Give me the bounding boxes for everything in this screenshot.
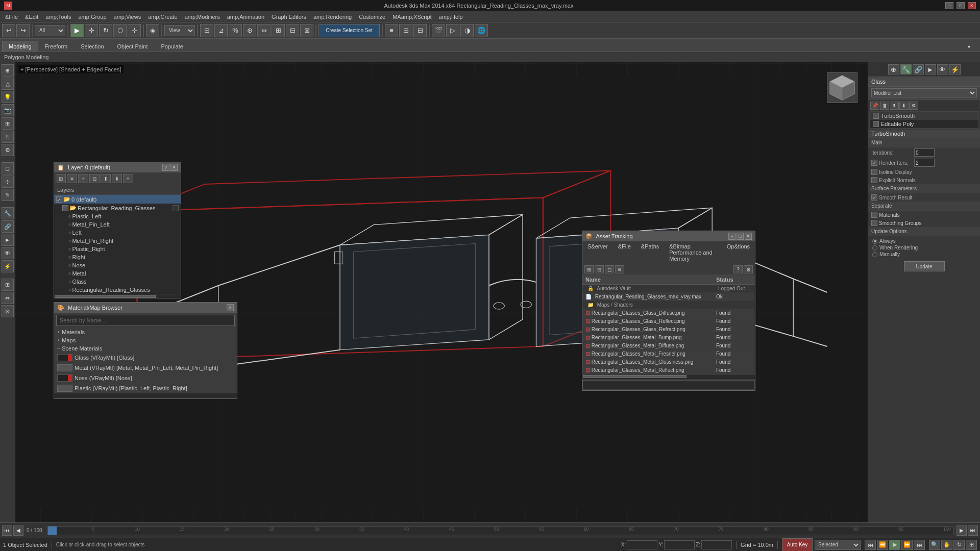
- tab-modeling[interactable]: Modeling: [2, 41, 38, 52]
- lt-utilities[interactable]: ⚡: [2, 260, 14, 272]
- menu-views[interactable]: amp;Views: [111, 13, 144, 21]
- mod-moveup-icon[interactable]: ⬆: [890, 102, 899, 110]
- asset-tb5[interactable]: ?: [733, 265, 743, 273]
- tab-populate[interactable]: Populate: [154, 41, 189, 52]
- lt-snap[interactable]: ⊞: [2, 279, 14, 291]
- mat-item-plastic[interactable]: Plastic (VRayMtl) [Plastic_Left, Plastic…: [54, 383, 237, 393]
- mat-section-maps[interactable]: + Maps: [54, 336, 237, 344]
- menu-modifiers[interactable]: amp;Modifiers: [182, 13, 223, 21]
- lt-mirror2[interactable]: ⇔: [2, 292, 14, 304]
- asset-menu-server[interactable]: S&erver: [584, 242, 611, 263]
- autokey-btn[interactable]: Auto Key: [782, 538, 813, 552]
- mat-item-metal[interactable]: Metal (VRayMtl) [Metal, Metal_Pin_Left, …: [54, 363, 237, 373]
- maximize-btn[interactable]: □: [957, 2, 965, 9]
- asset-max-btn[interactable]: □: [737, 233, 744, 240]
- layer-tb-btn7[interactable]: ≡: [123, 174, 133, 183]
- menu-create[interactable]: amp;Create: [145, 13, 180, 21]
- navigation-cube[interactable]: [827, 72, 857, 103]
- toolbar-layer2[interactable]: ⊞: [399, 24, 412, 37]
- radio-when-btn[interactable]: [872, 245, 877, 251]
- mod-movedown-icon[interactable]: ⬇: [899, 102, 909, 110]
- toolbar-angle-snap[interactable]: ⊿: [214, 24, 228, 37]
- asset-row-max[interactable]: 📄 Rectangular_Reading_Glasses_max_vray.m…: [582, 293, 755, 301]
- toolbar-reference[interactable]: ◈: [146, 24, 159, 37]
- mat-close-btn[interactable]: ✕: [227, 304, 234, 311]
- layer-tb-btn1[interactable]: ⊞: [56, 174, 66, 183]
- asset-row-f3[interactable]: 🖼 Rectangular_Glasses_Glass_Refract.png …: [582, 325, 755, 334]
- selection-dropdown[interactable]: Selected: [815, 540, 861, 550]
- layer-item-rect[interactable]: 📂 Rectangular_Reading_Glasses: [54, 204, 181, 212]
- asset-menu-options[interactable]: Op&tions: [724, 242, 753, 263]
- menu-file[interactable]: &File: [2, 13, 21, 21]
- layer-tb-btn5[interactable]: ⬆: [101, 174, 111, 183]
- mod-pin-icon[interactable]: 📌: [870, 102, 879, 110]
- y-coord[interactable]: [664, 540, 695, 549]
- layer-item-0default[interactable]: ✓ 📂 0 (default): [54, 195, 181, 204]
- toolbar-mirror[interactable]: ⇔: [257, 24, 271, 37]
- toolbar-layers[interactable]: ≡: [385, 24, 398, 37]
- lt-display[interactable]: 👁: [2, 247, 14, 259]
- asset-row-f7[interactable]: 🖼 Rectangular_Glasses_Metal_Glossiness.p…: [582, 358, 755, 366]
- asset-menu-bitmap[interactable]: &Bitmap Performance and Memory: [666, 242, 719, 263]
- lt-edit[interactable]: ✎: [2, 189, 14, 201]
- lt-lights[interactable]: 💡: [2, 91, 14, 103]
- menu-help[interactable]: amp;Help: [436, 13, 466, 21]
- asset-row-f4[interactable]: 🖼 Rectangular_Glasses_Metal_Bump.png Fou…: [582, 334, 755, 342]
- minimize-btn[interactable]: −: [945, 2, 953, 9]
- lt-helpers[interactable]: ⊞: [2, 117, 14, 130]
- asset-close-btn[interactable]: ✕: [745, 233, 752, 240]
- asset-path-input[interactable]: [582, 380, 755, 389]
- play-next-btn[interactable]: ⏩: [901, 540, 913, 550]
- toolbar-select[interactable]: ▶: [70, 24, 84, 37]
- layer-item-plastic-right[interactable]: ○ Plastic_Right: [54, 245, 181, 253]
- dropdown-btn[interactable]: ▼: [960, 42, 978, 52]
- materials-check[interactable]: [871, 212, 877, 218]
- iterations-input[interactable]: [914, 148, 935, 157]
- layer-item-metal-pin-left[interactable]: ○ Metal_Pin_Left: [54, 220, 181, 229]
- play-start-btn[interactable]: ⏮: [865, 540, 876, 550]
- toolbar-activeshade[interactable]: ◑: [460, 24, 474, 37]
- layer-item-right[interactable]: ○ Right: [54, 253, 181, 261]
- mat-search-input[interactable]: [56, 315, 235, 326]
- asset-table-container[interactable]: Name Status 🔒 Autodesk Vault Logged Out.…: [582, 275, 755, 374]
- lt-spacewarps[interactable]: ≋: [2, 131, 14, 143]
- lt-select-obj[interactable]: ◻: [2, 162, 14, 174]
- rp-create-icon[interactable]: ⊕: [888, 64, 899, 74]
- toolbar-percent-snap[interactable]: %: [229, 24, 242, 37]
- vp-orbit-btn[interactable]: ↻: [953, 540, 965, 550]
- toolbar-place[interactable]: ⊹: [128, 24, 141, 37]
- radio-manually[interactable]: Manually: [872, 252, 976, 257]
- mod-config-icon[interactable]: ⚙: [909, 102, 918, 110]
- timeline-step-back[interactable]: ◀: [13, 525, 23, 536]
- lt-create[interactable]: ⊕: [2, 64, 14, 77]
- asset-tb3[interactable]: ◻: [605, 265, 614, 273]
- layer-item-metal-pin-right[interactable]: ○ Metal_Pin_Right: [54, 237, 181, 245]
- vp-pan-btn[interactable]: ✋: [941, 540, 952, 550]
- smoothing-check[interactable]: [871, 220, 877, 226]
- radio-always[interactable]: Always: [872, 238, 976, 244]
- toolbar-render-setup[interactable]: 🎬: [432, 24, 445, 37]
- toolbar-move[interactable]: ✛: [85, 24, 98, 37]
- layer-help-btn[interactable]: ?: [162, 164, 169, 171]
- lt-motion[interactable]: ►: [2, 234, 14, 246]
- layer-close-btn[interactable]: ✕: [170, 164, 178, 171]
- asset-row-vault[interactable]: 🔒 Autodesk Vault Logged Out...: [582, 285, 755, 293]
- rp-modify-icon[interactable]: 🔧: [900, 64, 912, 74]
- layer-item-left[interactable]: ○ Left: [54, 229, 181, 237]
- toolbar-snap[interactable]: ⊞: [200, 24, 213, 37]
- asset-row-f2[interactable]: 🖼 Rectangular_Glasses_Glass_Reflect.png …: [582, 317, 755, 325]
- asset-tb1[interactable]: ⊞: [584, 265, 594, 273]
- layer-item-nose[interactable]: ○ Nose: [54, 261, 181, 269]
- modifier-turbosmooth[interactable]: TurboSmooth: [870, 112, 978, 120]
- z-coord[interactable]: [701, 540, 732, 549]
- asset-row-f1[interactable]: 🖼 Rectangular_Glasses_Glass_Diffuse.png …: [582, 309, 755, 317]
- lt-hierarchy[interactable]: 🔗: [2, 220, 14, 233]
- menu-graph-editors[interactable]: Graph Editors: [268, 13, 309, 21]
- lt-cameras[interactable]: 📷: [2, 104, 14, 116]
- smooth-check[interactable]: ✓: [871, 194, 877, 201]
- asset-menu-file[interactable]: &File: [615, 242, 634, 263]
- toolbar-create-sel[interactable]: Create Selection Set: [318, 24, 380, 37]
- vp-maximize-btn[interactable]: ⊞: [966, 540, 977, 550]
- radio-when-rendering[interactable]: When Rendering: [872, 245, 976, 251]
- tab-selection[interactable]: Selection: [74, 41, 110, 52]
